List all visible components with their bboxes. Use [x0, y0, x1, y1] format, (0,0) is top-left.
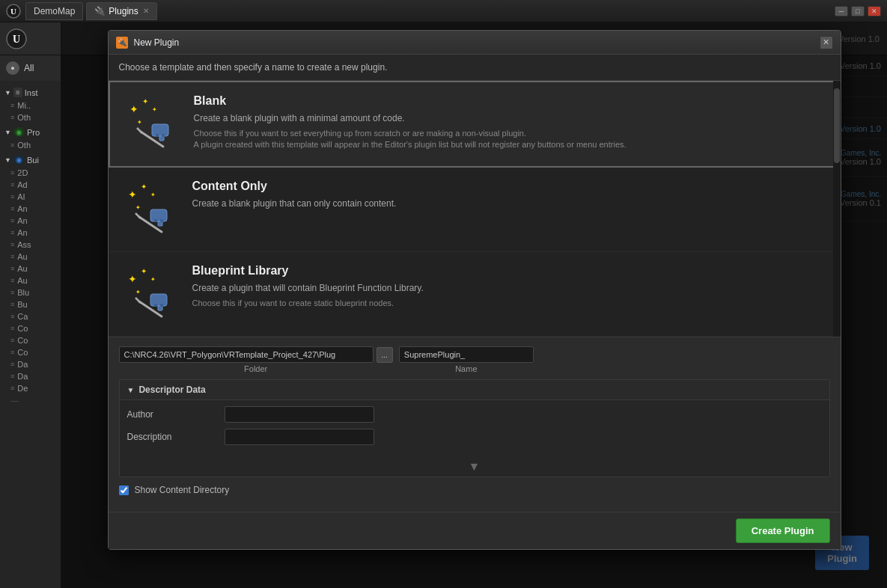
dialog-titlebar: 🔌 New Plugin ✕ — [109, 31, 841, 55]
main-layout: U ● All ▼ ≡ Inst ≡ Mi.. ≡ — [0, 22, 887, 588]
sidebar-item-au1[interactable]: ≡Au — [0, 251, 61, 263]
sidebar-item-co3[interactable]: ≡Co — [0, 346, 61, 358]
sidebar-all-label: All — [24, 63, 34, 73]
content-area: Version 1.0 Version 1.0 Version 1.0 pic … — [61, 22, 887, 588]
sidebar-item-au3[interactable]: ≡Au — [0, 275, 61, 287]
descriptor-header[interactable]: ▼ Descriptor Data — [120, 380, 829, 400]
svg-rect-32 — [154, 304, 157, 307]
sidebar-item-an1[interactable]: ≡An — [0, 203, 61, 215]
template-item-blank[interactable]: ✦ ✦ ✦ ✦ — [109, 81, 841, 168]
minimize-button[interactable]: ─ — [835, 6, 848, 16]
svg-text:✦: ✦ — [135, 289, 141, 295]
sidebar-item-au2[interactable]: ≡Au — [0, 263, 61, 275]
folder-input-row: ... — [119, 346, 393, 363]
sidebar-project-header[interactable]: ▼ ◉ Pro — [0, 125, 61, 139]
author-row: Author — [127, 406, 822, 423]
blueprint-library-template-info: Blueprint Library Create a plugin that w… — [192, 264, 829, 309]
tab-plugins[interactable]: 🔌 Plugins ✕ — [86, 2, 156, 20]
svg-rect-22 — [154, 219, 157, 222]
descriptor-header-label: Descriptor Data — [138, 385, 205, 395]
svg-line-9 — [137, 128, 142, 133]
sidebar-item-co2[interactable]: ≡Co — [0, 334, 61, 346]
show-content-dir-label[interactable]: Show Content Directory — [135, 485, 230, 495]
template-scrollbar-thumb[interactable] — [834, 88, 840, 163]
ass-icon: ≡ — [10, 241, 14, 248]
sidebar-misc-label: Mi.. — [17, 101, 31, 110]
sidebar-item-blu[interactable]: ≡Blu — [0, 287, 61, 298]
sidebar-item-dash: --- — [0, 394, 61, 406]
sidebar-item-bu[interactable]: ≡Bu — [0, 298, 61, 310]
create-plugin-button[interactable]: Create Plugin — [736, 518, 830, 543]
title-bar: U DemoMap 🔌 Plugins ✕ ─ □ ✕ — [0, 0, 887, 22]
template-item-content-only[interactable]: ✦ ✦ ✦ ✦ — [109, 168, 841, 252]
author-input[interactable] — [225, 406, 374, 423]
ca-icon: ≡ — [10, 313, 14, 320]
sidebar-project-label: Pro — [27, 128, 40, 137]
svg-rect-33 — [160, 304, 163, 307]
app-logo: U — [6, 4, 21, 19]
all-circle-icon: ● — [6, 61, 19, 75]
template-list[interactable]: ✦ ✦ ✦ ✦ — [109, 81, 841, 337]
svg-text:✦: ✦ — [141, 268, 147, 275]
template-item-blueprint-library[interactable]: ✦ ✦ ✦ ✦ — [109, 252, 841, 337]
sidebar-installed-header[interactable]: ▼ ≡ Inst — [0, 85, 61, 99]
misc-icon: ≡ — [10, 102, 14, 109]
svg-text:✦: ✦ — [128, 189, 137, 200]
close-button[interactable]: ✕ — [868, 6, 881, 16]
sidebar-item-2d[interactable]: ≡2D — [0, 167, 61, 179]
window-controls: ─ □ ✕ — [835, 6, 881, 16]
sidebar-item-misc[interactable]: ≡ Mi.. — [0, 99, 61, 111]
blueprint-library-template-extra: Choose this if you want to create static… — [192, 298, 829, 309]
sidebar-item-ai[interactable]: ≡AI — [0, 191, 61, 203]
sidebar-item-ca[interactable]: ≡Ca — [0, 310, 61, 322]
svg-rect-20 — [150, 209, 167, 221]
maximize-button[interactable]: □ — [851, 6, 865, 16]
content-only-template-info: Content Only Create a blank plugin that … — [192, 180, 829, 210]
sidebar-item-da1[interactable]: ≡Da — [0, 358, 61, 370]
sidebar-content: ▼ ≡ Inst ≡ Mi.. ≡ Oth ▼ ◉ Pro — [0, 81, 61, 411]
plugin-name-input[interactable] — [399, 346, 534, 363]
sidebar-section-installed: ▼ ≡ Inst ≡ Mi.. ≡ Oth — [0, 85, 61, 123]
sidebar-all-button[interactable]: ● All — [0, 55, 61, 81]
description-input[interactable] — [225, 429, 374, 445]
da2-icon: ≡ — [10, 373, 14, 380]
an2-icon: ≡ — [10, 217, 14, 224]
show-content-dir-checkbox[interactable] — [119, 486, 129, 495]
tab-plugins-label: Plugins — [109, 6, 138, 16]
other1-icon: ≡ — [10, 114, 14, 121]
expand-arrow[interactable]: ▼ — [120, 457, 829, 477]
descriptor-arrow-icon: ▼ — [127, 386, 135, 394]
project-category-icon: ◉ — [13, 127, 25, 137]
sidebar-item-co1[interactable]: ≡Co — [0, 322, 61, 334]
sidebar-item-other1[interactable]: ≡ Oth — [0, 111, 61, 123]
dialog-subtitle-text: Choose a template and then specify a nam… — [119, 62, 388, 73]
sidebar-item-other2[interactable]: ≡ Oth — [0, 139, 61, 151]
sidebar-section-project: ▼ ◉ Pro ≡ Oth — [0, 125, 61, 151]
tab-demomap[interactable]: DemoMap — [25, 2, 83, 20]
dialog-title-icon: 🔌 — [116, 37, 128, 49]
blank-template-extra: Choose this if you want to set everythin… — [194, 128, 827, 151]
tab-close-icon[interactable]: ✕ — [143, 7, 149, 15]
svg-rect-13 — [162, 134, 165, 137]
sidebar-item-ass[interactable]: ≡Ass — [0, 239, 61, 251]
template-scrollbar[interactable] — [833, 81, 841, 337]
folder-path-input[interactable] — [119, 346, 374, 363]
sidebar-item-ad[interactable]: ≡Ad — [0, 179, 61, 191]
au1-icon: ≡ — [10, 253, 14, 260]
da1-icon: ≡ — [10, 361, 14, 368]
sidebar-builtin-header[interactable]: ▼ ◉ Bui — [0, 153, 61, 167]
blank-template-info: Blank Create a blank plugin with a minim… — [194, 94, 827, 151]
sidebar-item-de[interactable]: ≡De — [0, 382, 61, 394]
folder-browse-button[interactable]: ... — [377, 347, 393, 363]
ai-icon: ≡ — [10, 193, 14, 200]
svg-text:✦: ✦ — [150, 192, 156, 198]
svg-text:✦: ✦ — [128, 273, 137, 285]
blueprint-library-template-desc: Create a plugin that will contain Bluepr… — [192, 282, 829, 295]
sidebar-item-an2[interactable]: ≡An — [0, 215, 61, 227]
sidebar-item-da2[interactable]: ≡Da — [0, 370, 61, 382]
show-content-dir-row: Show Content Directory — [119, 485, 830, 495]
sidebar-section-builtin: ▼ ◉ Bui ≡2D ≡Ad ≡AI ≡An ≡An ≡An ≡Ass ≡Au… — [0, 153, 61, 406]
svg-text:✦: ✦ — [150, 276, 156, 283]
dialog-close-button[interactable]: ✕ — [820, 36, 833, 49]
sidebar-item-an3[interactable]: ≡An — [0, 227, 61, 239]
